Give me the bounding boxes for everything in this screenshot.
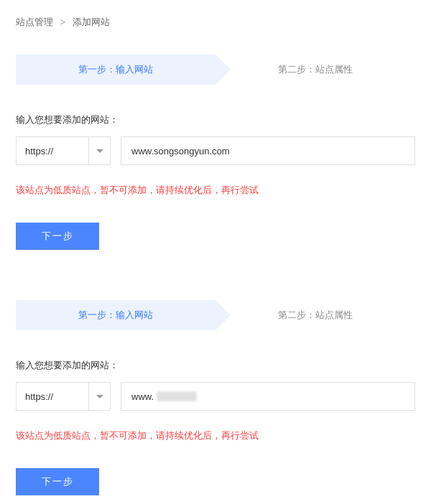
chevron-down-icon bbox=[88, 137, 110, 164]
next-button[interactable]: 下一步 bbox=[16, 223, 99, 250]
step-site-attrs[interactable]: 第二步：站点属性 bbox=[216, 55, 415, 85]
protocol-select[interactable]: https:// bbox=[16, 136, 111, 165]
protocol-select[interactable]: https:// bbox=[16, 382, 111, 411]
protocol-value: https:// bbox=[25, 391, 53, 402]
site-input-label: 输入您想要添加的网站： bbox=[16, 113, 415, 126]
add-site-panel: 第一步：输入网站 第二步：站点属性 输入您想要添加的网站： https:// w… bbox=[16, 55, 415, 250]
wizard-steps: 第一步：输入网站 第二步：站点属性 bbox=[16, 55, 415, 85]
site-url-input[interactable]: www.songsongyun.com bbox=[121, 136, 415, 165]
wizard-steps: 第一步：输入网站 第二步：站点属性 bbox=[16, 300, 415, 330]
step-input-site[interactable]: 第一步：输入网站 bbox=[16, 300, 216, 330]
error-message: 该站点为低质站点，暂不可添加，请持续优化后，再行尝试 bbox=[16, 429, 415, 442]
step-label: 第二步：站点属性 bbox=[278, 309, 353, 322]
redacted-text bbox=[157, 391, 197, 401]
breadcrumb: 站点管理 > 添加网站 bbox=[16, 16, 415, 29]
step-label: 第二步：站点属性 bbox=[278, 63, 353, 76]
step-input-site[interactable]: 第一步：输入网站 bbox=[16, 55, 216, 85]
protocol-value: https:// bbox=[25, 146, 53, 157]
site-url-input[interactable]: www. bbox=[121, 382, 415, 411]
breadcrumb-item-add: 添加网站 bbox=[73, 17, 110, 27]
chevron-down-icon bbox=[88, 383, 110, 410]
step-label: 第一步：输入网站 bbox=[78, 309, 153, 322]
breadcrumb-item-sites[interactable]: 站点管理 bbox=[16, 17, 53, 27]
site-input-label: 输入您想要添加的网站： bbox=[16, 359, 415, 372]
error-message: 该站点为低质站点，暂不可添加，请持续优化后，再行尝试 bbox=[16, 184, 415, 197]
site-url-value: www.songsongyun.com bbox=[131, 146, 230, 157]
site-input-row: https:// www. bbox=[16, 382, 415, 411]
site-url-value: www. bbox=[131, 391, 154, 402]
next-button[interactable]: 下一步 bbox=[16, 468, 99, 495]
step-label: 第一步：输入网站 bbox=[78, 63, 153, 76]
add-site-panel: 第一步：输入网站 第二步：站点属性 输入您想要添加的网站： https:// w… bbox=[16, 300, 415, 495]
site-input-row: https:// www.songsongyun.com bbox=[16, 136, 415, 165]
chevron-right-icon: > bbox=[60, 17, 66, 27]
step-site-attrs[interactable]: 第二步：站点属性 bbox=[216, 300, 415, 330]
